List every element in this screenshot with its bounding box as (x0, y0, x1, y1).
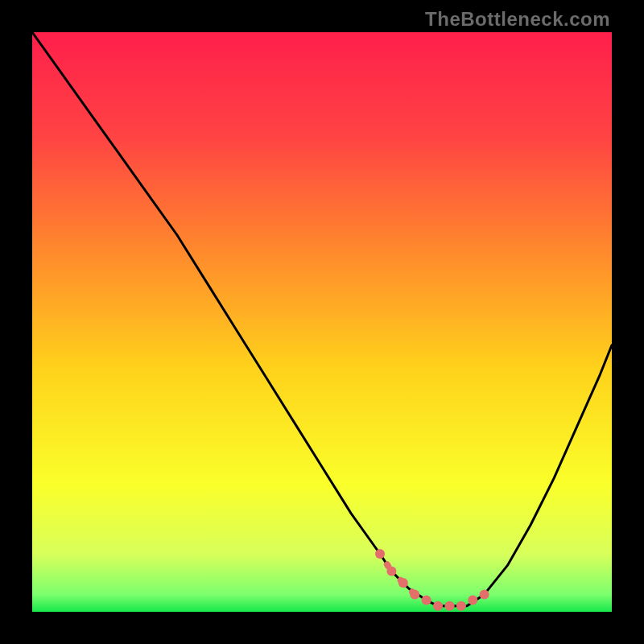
heatmap-background (32, 32, 612, 612)
chart-frame: TheBottleneck.com (0, 0, 644, 644)
highlight-dot (375, 549, 385, 559)
plot-area (32, 32, 612, 612)
highlight-dot (398, 578, 408, 588)
highlight-dot (410, 589, 419, 599)
chart-svg (32, 32, 612, 612)
highlight-dot (468, 596, 477, 605)
highlight-dot (444, 601, 454, 611)
highlight-dot (422, 596, 431, 605)
watermark-text: TheBottleneck.com (425, 8, 610, 31)
highlight-dot (386, 567, 396, 576)
highlight-dot (433, 601, 443, 611)
highlight-dot (480, 589, 489, 599)
highlight-dot (456, 601, 466, 611)
